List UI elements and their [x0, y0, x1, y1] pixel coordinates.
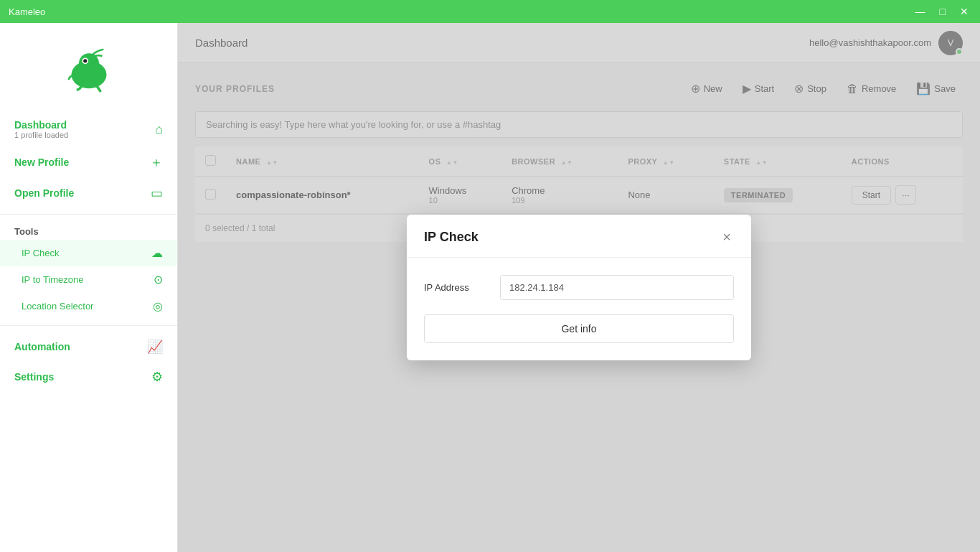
sidebar-item-automation[interactable]: Automation 📈: [0, 332, 177, 362]
folder-icon: ▭: [151, 185, 163, 201]
dashboard-info: Dashboard 1 profile loaded: [14, 119, 68, 139]
get-info-button[interactable]: Get info: [424, 314, 734, 343]
logo-area: [0, 37, 177, 112]
minimize-button[interactable]: —: [913, 4, 928, 19]
ip-check-modal: IP Check × IP Address Get info: [407, 215, 751, 360]
window-controls: — □ ✕: [913, 4, 971, 19]
sidebar-item-ip-check[interactable]: IP Check ☁: [0, 240, 177, 266]
svg-point-3: [83, 59, 87, 62]
settings-label: Settings: [14, 371, 54, 383]
modal-overlay[interactable]: IP Check × IP Address Get info: [178, 23, 980, 552]
modal-header: IP Check ×: [407, 215, 751, 258]
ip-timezone-label: IP to Timezone: [22, 274, 83, 285]
sidebar-item-new-profile[interactable]: New Profile ＋: [0, 146, 177, 178]
cloud-icon: ☁: [151, 246, 163, 260]
automation-label: Automation: [14, 341, 70, 352]
chart-icon: 📈: [147, 339, 163, 355]
sidebar-item-open-profile[interactable]: Open Profile ▭: [0, 178, 177, 208]
app-title: Kameleo: [9, 6, 45, 17]
sidebar-divider: [0, 214, 177, 215]
sidebar-item-location-selector[interactable]: Location Selector ◎: [0, 293, 177, 319]
gear-icon: ⚙: [151, 369, 163, 385]
dashboard-label: Dashboard: [14, 119, 68, 131]
open-profile-label: Open Profile: [14, 187, 74, 199]
ip-label: IP Address: [424, 282, 489, 293]
sidebar-item-ip-timezone[interactable]: IP to Timezone ⊙: [0, 266, 177, 293]
app-layout: Dashboard 1 profile loaded ⌂ New Profile…: [0, 23, 980, 552]
maximize-button[interactable]: □: [937, 4, 948, 19]
dashboard-sub: 1 profile loaded: [14, 131, 68, 139]
plus-icon: ＋: [150, 154, 163, 171]
pin-icon: ◎: [153, 299, 163, 313]
ip-address-row: IP Address: [424, 275, 734, 300]
sidebar-divider-2: [0, 325, 177, 326]
home-icon: ⌂: [155, 122, 163, 137]
tools-label: Tools: [0, 220, 177, 240]
clock-icon: ⊙: [154, 273, 163, 286]
sidebar: Dashboard 1 profile loaded ⌂ New Profile…: [0, 23, 178, 552]
titlebar: Kameleo — □ ✕: [0, 0, 980, 23]
ip-check-label: IP Check: [22, 248, 60, 258]
modal-close-button[interactable]: ×: [720, 229, 734, 245]
modal-title: IP Check: [424, 230, 479, 245]
main-content: Dashboard hello@vashishthakapoor.com V Y…: [178, 23, 980, 552]
close-button[interactable]: ✕: [957, 4, 971, 19]
sidebar-item-settings[interactable]: Settings ⚙: [0, 362, 177, 392]
logo-icon: [64, 45, 114, 95]
ip-address-input[interactable]: [500, 275, 734, 300]
new-profile-label: New Profile: [14, 156, 69, 168]
location-selector-label: Location Selector: [22, 301, 93, 312]
sidebar-item-dashboard[interactable]: Dashboard 1 profile loaded ⌂: [0, 112, 177, 146]
modal-body: IP Address Get info: [407, 258, 751, 360]
